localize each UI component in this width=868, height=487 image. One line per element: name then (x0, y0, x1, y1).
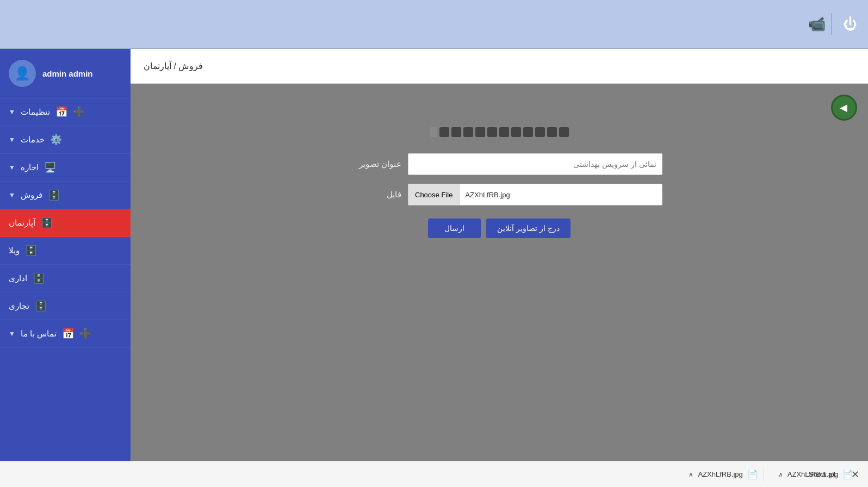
file-label: فایل (336, 190, 401, 199)
show-all-button[interactable]: Show all (809, 470, 835, 478)
stack-icon-forush: 🗄️ (48, 189, 60, 201)
action-buttons: درج از تصاویر آنلاین ارسال (428, 218, 571, 238)
sidebar: admin admin 👤 ➕ 📅 تنظیمات ▼ ⚙️ خدمات ▼ 🖥… (0, 49, 131, 461)
sidebar-item-villa[interactable]: 🗄️ ویلا (0, 237, 131, 265)
file-name-display: AZXhLfRB.jpg (460, 191, 662, 199)
form-wrapper: عنوان تصویر Choose File AZXhLfRB.jpg فای… (131, 84, 868, 461)
arrow-icon-tanzim: ▼ (9, 108, 15, 116)
sidebar-label-forush: فروش (21, 190, 42, 200)
download-chevron-2[interactable]: ∧ (689, 471, 693, 478)
download-file-name-2: AZXhLfRB.jpg (698, 470, 742, 478)
arrow-icon-khadamat: ▼ (9, 136, 15, 143)
sidebar-label-tejari: تجاری (9, 301, 29, 311)
sidebar-item-khadamat[interactable]: ⚙️ خدمات ▼ (0, 126, 131, 154)
progress-dots (430, 127, 569, 137)
content-area: فروش / آپارتمان (131, 49, 868, 461)
monitor-icon-ejare: 🖥️ (44, 161, 56, 173)
top-bar-divider (831, 13, 832, 35)
progress-dot-10 (451, 127, 461, 137)
sidebar-label-ejare: اجاره (21, 163, 39, 172)
sidebar-label-tanzim: تنظیمات (21, 107, 50, 117)
sidebar-user: admin admin 👤 (0, 49, 131, 98)
image-title-row: عنوان تصویر (336, 153, 662, 175)
stack-icon-tejari: 🗄️ (35, 300, 47, 312)
form-fields: عنوان تصویر Choose File AZXhLfRB.jpg فای… (141, 153, 857, 238)
stack-icon-villa: 🗄️ (25, 245, 37, 257)
sidebar-item-forush[interactable]: 🗄️ فروش ▼ (0, 182, 131, 209)
progress-dot-8 (475, 127, 485, 137)
camera-icon[interactable]: 📹 (808, 16, 826, 33)
progress-dot-1 (559, 127, 569, 137)
settings-icon-khadamat: ⚙️ (50, 134, 62, 146)
arrow-icon-tamas: ▼ (9, 330, 15, 338)
downloads-bar: 📄 AZXhLfRB.1.jpg ∧ 📄 AZXhLfRB.jpg ∧ Show… (0, 461, 868, 487)
send-button[interactable]: ارسال (428, 218, 481, 238)
calendar-icon-tanzim: 📅 (55, 106, 67, 118)
sidebar-label-aparteman: آپارتمان (9, 218, 35, 228)
progress-dot-4 (523, 127, 533, 137)
sidebar-item-edari[interactable]: 🗄️ اداری (0, 265, 131, 292)
image-title-input[interactable] (408, 153, 662, 175)
avatar-icon: 👤 (14, 66, 30, 81)
top-bar: ⏻ 📹 (0, 0, 868, 49)
arrow-icon-forush: ▼ (9, 191, 15, 199)
file-row: Choose File AZXhLfRB.jpg فایل (336, 184, 662, 205)
sidebar-label-edari: اداری (9, 273, 27, 283)
progress-dot-11 (439, 127, 449, 137)
progress-dot-12 (430, 127, 437, 137)
calendar-icon-tamas: 📅 (62, 328, 74, 340)
progress-dot-2 (547, 127, 557, 137)
power-icon[interactable]: ⏻ (843, 16, 857, 33)
sidebar-label-tamas: تماس با ما (21, 329, 57, 339)
progress-dot-5 (511, 127, 521, 137)
sidebar-user-name: admin admin (42, 69, 93, 78)
progress-section (141, 127, 857, 137)
progress-dot-6 (499, 127, 509, 137)
plus-icon-tamas: ➕ (79, 328, 91, 340)
online-images-button[interactable]: درج از تصاویر آنلاین (486, 218, 571, 238)
download-item-2: 📄 AZXhLfRB.jpg ∧ (683, 467, 764, 482)
plus-icon-tanzim: ➕ (73, 106, 85, 118)
main-layout: فروش / آپارتمان (0, 49, 868, 461)
close-downloads-icon[interactable]: ✕ (851, 469, 859, 480)
download-file-icon-2: 📄 (747, 469, 758, 479)
progress-dot-9 (463, 127, 473, 137)
stack-icon-edari: 🗄️ (33, 272, 45, 284)
back-button[interactable] (831, 95, 857, 121)
sidebar-label-villa: ویلا (9, 246, 20, 255)
stack-icon-aparteman: 🗄️ (41, 217, 53, 229)
sidebar-item-ejare[interactable]: 🖥️ اجاره ▼ (0, 154, 131, 182)
sidebar-item-aparteman[interactable]: 🗄️ آپارتمان (0, 209, 131, 237)
progress-dot-3 (535, 127, 545, 137)
sidebar-avatar: 👤 (9, 60, 36, 87)
sidebar-item-tanzim[interactable]: ➕ 📅 تنظیمات ▼ (0, 98, 131, 126)
download-chevron-1[interactable]: ∧ (778, 471, 783, 478)
file-input-wrapper: Choose File AZXhLfRB.jpg (408, 184, 662, 205)
image-title-label: عنوان تصویر (336, 159, 401, 169)
breadcrumb: فروش / آپارتمان (131, 49, 868, 84)
sidebar-label-khadamat: خدمات (21, 135, 45, 145)
breadcrumb-text: فروش / آپارتمان (144, 61, 203, 71)
progress-dot-7 (487, 127, 497, 137)
choose-file-button[interactable]: Choose File (408, 184, 460, 205)
sidebar-item-tamas[interactable]: ➕ 📅 تماس با ما ▼ (0, 320, 131, 348)
arrow-icon-ejare: ▼ (9, 164, 15, 171)
sidebar-item-tejari[interactable]: 🗄️ تجاری (0, 292, 131, 320)
